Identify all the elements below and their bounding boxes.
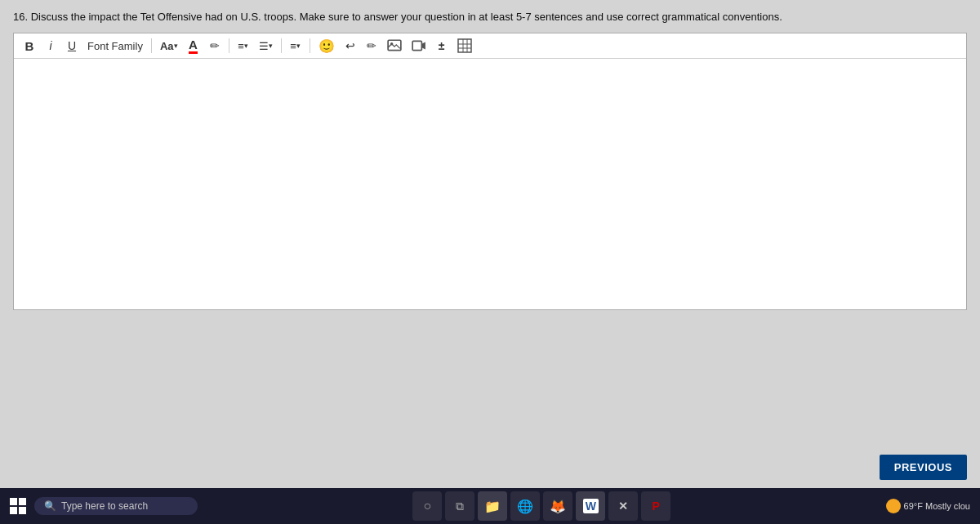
align-left-arrow: ▾ xyxy=(244,42,248,50)
underline-button[interactable]: U xyxy=(63,37,81,55)
text-color-button[interactable]: A xyxy=(185,37,203,55)
taskbar-center-icons: ○ ⧉ 📁 🌐 🦊 W ✕ P xyxy=(199,491,884,521)
taskbar-weather[interactable]: 69°F Mostly clou xyxy=(886,499,970,513)
question-text: 16. Discuss the impact the Tet Offensive… xyxy=(13,10,967,24)
taskbar-search-text: Type here to search xyxy=(61,500,148,512)
text-color-label: A xyxy=(189,38,198,54)
list-arrow: ▾ xyxy=(269,42,273,50)
table-button[interactable] xyxy=(454,37,475,55)
math-icon: ± xyxy=(439,39,445,52)
toolbar-separator-4 xyxy=(310,38,310,53)
taskbar-chrome-icon[interactable]: 🌐 xyxy=(510,491,540,521)
draw-button[interactable]: ✏ xyxy=(363,37,381,55)
taskbar-x-icon[interactable]: ✕ xyxy=(608,491,638,521)
file-explorer-symbol: 📁 xyxy=(484,499,501,514)
link-icon: ↩ xyxy=(345,39,355,52)
taskbar-p-icon[interactable]: P xyxy=(641,491,670,521)
taskbar-file-explorer-icon[interactable]: 📁 xyxy=(478,491,507,521)
taskbar-search-icon: 🔍 xyxy=(44,500,56,512)
editor-container: B i U Font Family Aa ▾ A ✏ ≡ ▾ xyxy=(13,33,967,310)
weather-icon xyxy=(886,499,901,513)
task-view-symbol: ⧉ xyxy=(456,500,464,513)
p-symbol: P xyxy=(653,500,660,513)
chrome-symbol: 🌐 xyxy=(517,499,533,514)
x-symbol: ✕ xyxy=(618,500,628,513)
windows-icon xyxy=(10,498,26,514)
draw-icon: ✏ xyxy=(367,39,376,52)
taskbar-firefox-icon[interactable]: 🦊 xyxy=(543,491,572,521)
link-button[interactable]: ↩ xyxy=(341,37,359,55)
taskbar-cortana-icon[interactable]: ○ xyxy=(412,491,442,521)
taskbar-search[interactable]: 🔍 Type here to search xyxy=(34,497,198,515)
table-icon xyxy=(457,38,472,53)
emoji-button[interactable]: 🙂 xyxy=(315,37,338,55)
list-icon: ☰ xyxy=(259,40,269,52)
list-button[interactable]: ☰ ▾ xyxy=(256,37,276,55)
toolbar-separator-3 xyxy=(281,38,282,53)
toolbar-separator-1 xyxy=(151,38,152,53)
taskbar-word-icon[interactable]: W xyxy=(576,491,605,521)
editor-body[interactable] xyxy=(14,59,966,309)
indent-arrow: ▾ xyxy=(296,42,301,50)
toolbar-separator-2 xyxy=(229,38,229,53)
align-left-icon: ≡ xyxy=(238,40,244,52)
taskbar: 🔍 Type here to search ○ ⧉ 📁 🌐 🦊 W ✕ P xyxy=(0,488,980,524)
weather-text: 69°F Mostly clou xyxy=(904,501,970,511)
firefox-symbol: 🦊 xyxy=(550,499,566,514)
align-left-button[interactable]: ≡ ▾ xyxy=(234,37,252,55)
font-size-button[interactable]: Aa ▾ xyxy=(157,37,181,55)
image-button[interactable] xyxy=(384,37,405,55)
editor-toolbar: B i U Font Family Aa ▾ A ✏ ≡ ▾ xyxy=(14,33,966,59)
previous-button[interactable]: PREVIOUS xyxy=(880,455,967,480)
math-button[interactable]: ± xyxy=(433,37,451,55)
image-icon xyxy=(387,38,402,53)
svg-rect-2 xyxy=(412,42,421,51)
highlight-icon: ✏ xyxy=(210,39,220,52)
video-button[interactable] xyxy=(408,37,430,55)
start-button[interactable] xyxy=(3,491,33,521)
taskbar-task-view-icon[interactable]: ⧉ xyxy=(445,491,474,521)
font-family-selector[interactable]: Font Family xyxy=(84,40,146,52)
button-area: PREVIOUS xyxy=(0,446,980,488)
bold-button[interactable]: B xyxy=(20,37,38,55)
main-content: 16. Discuss the impact the Tet Offensive… xyxy=(0,0,980,446)
indent-icon: ≡ xyxy=(290,40,296,52)
indent-button[interactable]: ≡ ▾ xyxy=(287,37,305,55)
emoji-icon: 🙂 xyxy=(318,38,335,54)
taskbar-right: 69°F Mostly clou xyxy=(886,499,977,513)
cortana-circle: ○ xyxy=(423,499,431,513)
font-size-label: Aa xyxy=(160,40,174,52)
video-icon xyxy=(412,38,426,53)
word-symbol: W xyxy=(583,499,599,513)
italic-button[interactable]: i xyxy=(42,37,60,55)
highlight-button[interactable]: ✏ xyxy=(206,37,224,55)
svg-rect-3 xyxy=(458,39,471,52)
font-size-arrow: ▾ xyxy=(174,42,178,50)
